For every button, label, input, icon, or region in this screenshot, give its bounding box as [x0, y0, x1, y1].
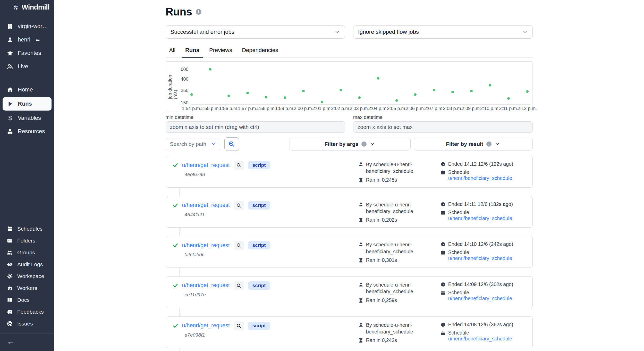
chart-x-tick: 2:04 p.m. — [368, 106, 388, 111]
tab-all[interactable]: All — [166, 45, 179, 57]
bottom-nav: Docs Feedbacks Issues — [0, 294, 54, 330]
resources-label: Resources — [18, 128, 45, 135]
chart-x-tick: 2:09 p.m. — [462, 106, 481, 111]
clock-icon — [440, 202, 446, 207]
search-by-path-select[interactable]: Search by path — [166, 138, 220, 150]
sidebar-item-home[interactable]: Home — [0, 83, 54, 96]
live-label: Live — [18, 63, 28, 70]
max-datetime-input[interactable] — [353, 121, 533, 133]
run-path-link[interactable]: u/henri/get_request — [182, 322, 230, 329]
cubes-icon — [7, 128, 13, 135]
tab-previews[interactable]: Previews — [206, 45, 236, 57]
run-card[interactable]: u/henri/get_request script 46441cf1 By s… — [166, 196, 533, 228]
run-card[interactable]: u/henri/get_request script 4ebf67a8 By s… — [166, 156, 533, 188]
run-triggered-by: By schedule-u-henri- beneficiary_schedul… — [366, 161, 413, 175]
run-schedule: Schedule u/henri/beneficiary_schedule — [448, 330, 530, 342]
user-menu[interactable]: henri — [0, 33, 54, 46]
sidebar-item-docs[interactable]: Docs — [0, 294, 54, 306]
run-schedule: Schedule u/henri/beneficiary_schedule — [448, 210, 530, 221]
chart-x-tick: 2:07 p.m. — [424, 106, 444, 111]
runs-list: u/henri/get_request script 4ebf67a8 By s… — [166, 156, 533, 351]
schedule-link[interactable]: u/henri/beneficiary_schedule — [448, 215, 512, 221]
run-path-link[interactable]: u/henri/get_request — [182, 162, 230, 169]
run-path-link[interactable]: u/henri/get_request — [182, 282, 230, 289]
sidebar-item-groups[interactable]: Groups — [0, 247, 54, 258]
run-schedule: Schedule u/henri/beneficiary_schedule — [448, 169, 530, 181]
inspect-run-button[interactable] — [234, 201, 244, 210]
workspace-switcher[interactable]: virgin-worksp... — [0, 20, 54, 33]
run-path-link[interactable]: u/henri/get_request — [182, 242, 230, 249]
search-minus-icon — [228, 141, 235, 147]
home-icon — [7, 86, 13, 93]
sidebar-item-audit-logs[interactable]: Audit Logs — [0, 258, 54, 270]
runs-info-icon[interactable]: i — [196, 9, 201, 15]
schedule-link[interactable]: u/henri/beneficiary_schedule — [448, 296, 512, 301]
calendar-icon — [440, 170, 446, 175]
skipped-flow-select[interactable]: Ignore skipped flow jobs — [353, 25, 533, 39]
filter-by-result-button[interactable]: Filter by result i — [414, 138, 533, 151]
sidebar-item-favorites[interactable]: Favorites — [0, 46, 54, 60]
sidebar-item-folders[interactable]: Folders — [0, 235, 54, 247]
schedule-link[interactable]: u/henri/beneficiary_schedule — [448, 175, 512, 181]
favorites-label: Favorites — [18, 50, 41, 56]
home-label: Home — [18, 86, 33, 93]
sidebar-item-workspace[interactable]: Workspace — [0, 270, 54, 282]
run-card[interactable]: u/henri/get_request script 02cfa3dc By s… — [166, 236, 533, 268]
chart-x-tick: 1:54 p.m. — [182, 106, 201, 111]
run-ended-at: Ended 14:11 12/6 (182s ago) — [448, 201, 513, 207]
chart-data-point — [377, 77, 379, 80]
sidebar: Windmill virgin-worksp... henri Favorite… — [0, 0, 54, 351]
chevron-down-icon — [522, 29, 528, 35]
run-hash: a7e038f1 — [185, 332, 358, 338]
run-duration: Ran in 0,202s — [366, 217, 397, 223]
tab-runs[interactable]: Runs — [182, 45, 203, 58]
search-icon — [236, 243, 241, 248]
inspect-run-button[interactable] — [234, 161, 244, 170]
sidebar-item-schedules[interactable]: Schedules — [0, 223, 54, 235]
robot-icon — [7, 285, 13, 291]
chart-x-tick: 2:06 p.m. — [406, 106, 425, 111]
eye-icon — [7, 261, 13, 268]
sidebar-item-runs[interactable]: Runs — [3, 97, 52, 111]
chart-x-tick: 2:05 p.m. — [387, 106, 406, 111]
sidebar-item-issues[interactable]: Issues — [0, 318, 54, 330]
windmill-logo[interactable]: Windmill — [0, 0, 54, 15]
tab-dependencies[interactable]: Dependencies — [238, 45, 282, 57]
run-duration: Ran in 0,259s — [366, 297, 397, 303]
chart-data-point — [451, 91, 454, 93]
run-hash: 46441cf1 — [185, 212, 358, 218]
user-name: henri — [18, 36, 30, 43]
job-duration-chart[interactable]: job duration (ms) 6004002501501:54 p.m.1… — [166, 61, 533, 112]
filter-by-args-button[interactable]: Filter by args i — [290, 138, 411, 151]
run-path-link[interactable]: u/henri/get_request — [182, 202, 230, 208]
chart-x-axis-line — [191, 104, 530, 105]
job-kind-select[interactable]: Successful and error jobs — [166, 25, 345, 39]
hourglass-icon — [358, 218, 363, 223]
sidebar-item-workers[interactable]: Workers — [0, 282, 54, 294]
schedule-link[interactable]: u/henri/beneficiary_schedule — [448, 255, 512, 261]
schedule-link[interactable]: u/henri/beneficiary_schedule — [448, 336, 512, 341]
inspect-run-button[interactable] — [234, 241, 244, 250]
search-by-path-value: Search by path — [170, 141, 206, 147]
run-triggered-by: By schedule-u-henri- beneficiary_schedul… — [366, 241, 413, 255]
chart-y-tick: 400 — [175, 76, 189, 82]
zoom-reset-button[interactable] — [224, 137, 239, 151]
inspect-run-button[interactable] — [234, 321, 244, 330]
sidebar-item-live[interactable]: Live — [0, 60, 54, 73]
groups-label: Groups — [17, 249, 35, 256]
discord-icon — [7, 309, 13, 315]
hourglass-icon — [358, 178, 363, 183]
search-icon — [236, 203, 241, 208]
inspect-run-button[interactable] — [234, 281, 244, 290]
chart-data-point — [209, 68, 211, 71]
run-card[interactable]: u/henri/get_request script a7e038f1 By s… — [166, 316, 533, 348]
collapse-sidebar-button[interactable]: ← — [0, 333, 54, 351]
sidebar-item-feedbacks[interactable]: Feedbacks — [0, 306, 54, 318]
sidebar-item-variables[interactable]: Variables — [0, 111, 54, 125]
run-duration: Ran in 0,245s — [366, 177, 397, 183]
people-icon — [7, 63, 13, 70]
sidebar-item-resources[interactable]: Resources — [0, 125, 54, 138]
min-datetime-input[interactable] — [166, 121, 345, 133]
run-card[interactable]: u/henri/get_request script ce11d97e By s… — [166, 276, 533, 308]
workspace-name: virgin-worksp... — [18, 23, 50, 30]
